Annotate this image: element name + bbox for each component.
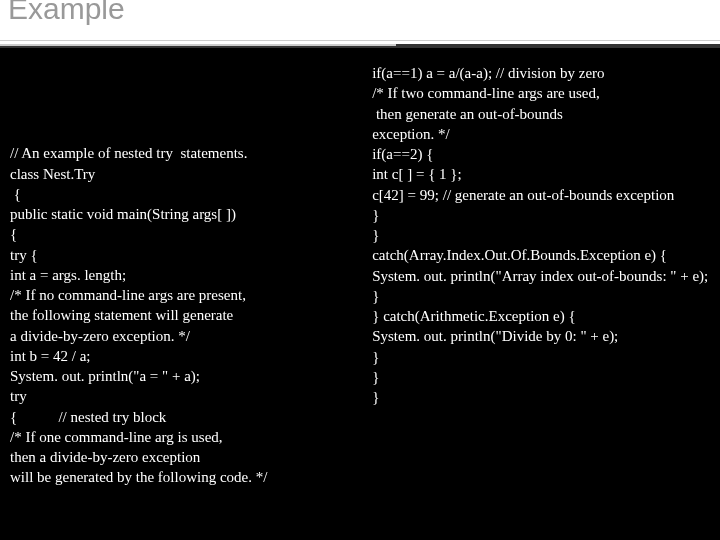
slide-header: Example — [0, 0, 720, 48]
code-line-right-13: System. out. println("Divide by 0: " + e… — [372, 326, 710, 346]
code-line-left-15: /* If one command-line arg is used, — [10, 427, 357, 447]
code-line-left-7: int a = args. length; — [10, 265, 357, 285]
code-line-left-5: { — [10, 224, 357, 244]
code-line-right-1: /* If two command-line args are used, — [372, 83, 710, 103]
code-line-right-0: if(a==1) a = a/(a-a); // division by zer… — [372, 63, 710, 83]
code-line-right-3: exception. */ — [372, 124, 710, 144]
code-line-right-5: int c[ ] = { 1 }; — [372, 164, 710, 184]
code-line-left-14: { // nested try block — [10, 407, 357, 427]
code-line-right-8: } — [372, 225, 710, 245]
code-line-right-16: } — [372, 387, 710, 407]
code-line-left-4: public static void main(String args[ ]) — [10, 204, 357, 224]
code-line-right-10: System. out. println("Array index out-of… — [372, 266, 710, 286]
code-line-right-15: } — [372, 367, 710, 387]
header-divider-thick — [0, 44, 720, 46]
code-line-right-9: catch(Array.Index.Out.Of.Bounds.Exceptio… — [372, 245, 710, 265]
left-spacer — [10, 63, 357, 123]
code-line-right-11: } — [372, 286, 710, 306]
code-line-left-11: int b = 42 / a; — [10, 346, 357, 366]
code-column-left: // An example of nested try statements.c… — [0, 48, 367, 540]
code-line-left-9: the following statement will generate — [10, 305, 357, 325]
code-line-left-10: a divide-by-zero exception. */ — [10, 326, 357, 346]
code-line-left-17: will be generated by the following code.… — [10, 467, 357, 487]
code-line-left-1: // An example of nested try statements. — [10, 143, 357, 163]
code-line-left-0 — [10, 123, 357, 143]
code-line-left-13: try — [10, 386, 357, 406]
slide-title: Example — [0, 0, 720, 26]
code-line-right-14: } — [372, 347, 710, 367]
code-line-right-2: then generate an out-of-bounds — [372, 104, 710, 124]
code-line-left-12: System. out. println("a = " + a); — [10, 366, 357, 386]
code-line-right-7: } — [372, 205, 710, 225]
code-line-left-6: try { — [10, 245, 357, 265]
code-line-left-16: then a divide-by-zero exception — [10, 447, 357, 467]
code-line-right-6: c[42] = 99; // generate an out-of-bounds… — [372, 185, 710, 205]
code-column-right: if(a==1) a = a/(a-a); // division by zer… — [367, 48, 720, 540]
header-divider-thin — [0, 40, 720, 41]
code-line-left-3: { — [10, 184, 357, 204]
slide-content: // An example of nested try statements.c… — [0, 48, 720, 540]
code-line-right-12: } catch(Arithmetic.Exception e) { — [372, 306, 710, 326]
code-line-left-2: class Nest.Try — [10, 164, 357, 184]
code-line-right-4: if(a==2) { — [372, 144, 710, 164]
code-line-left-8: /* If no command-line args are present, — [10, 285, 357, 305]
